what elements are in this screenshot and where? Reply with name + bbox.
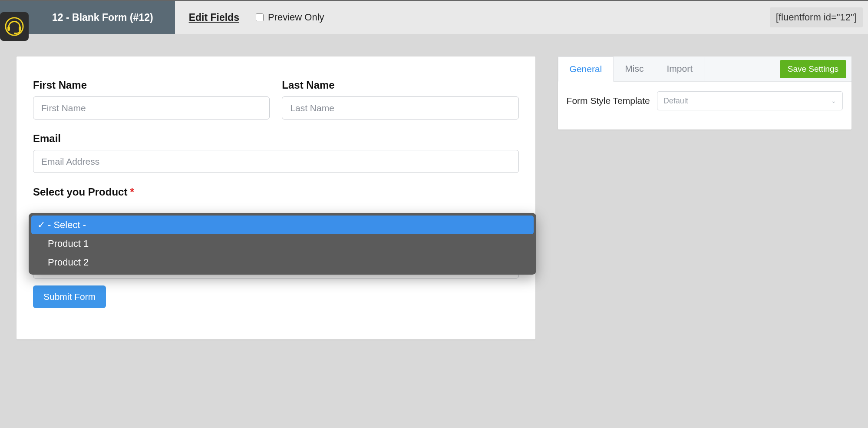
settings-panel: General Misc Import Save Settings Form S… (558, 56, 851, 129)
svg-rect-2 (19, 27, 21, 31)
product-option-label: Product 1 (48, 236, 89, 251)
header-bar: 12 - Blank Form (#12) Edit Fields Previe… (0, 1, 868, 34)
last-name-label: Last Name (282, 79, 518, 91)
settings-body: Form Style Template Default ⌄ (558, 82, 851, 120)
form-style-value: Default (663, 96, 688, 106)
settings-header: General Misc Import Save Settings (558, 56, 851, 82)
first-name-label: First Name (33, 79, 270, 91)
last-name-input[interactable] (282, 96, 518, 119)
product-option-label: - Select - (48, 217, 86, 232)
checkmark-icon: ✓ (37, 217, 45, 232)
preview-only-toggle[interactable]: Preview Only (256, 12, 324, 23)
main-area: First Name Last Name Email Select you Pr… (0, 34, 868, 362)
required-asterisk: * (130, 186, 134, 198)
preview-only-label: Preview Only (268, 12, 324, 23)
form-style-label: Form Style Template (567, 96, 650, 106)
tab-misc[interactable]: Misc (614, 56, 655, 81)
settings-tabs: General Misc Import (558, 56, 704, 81)
email-label: Email (33, 133, 519, 145)
product-option-label: Product 2 (48, 255, 89, 270)
headset-icon (4, 17, 24, 36)
first-name-input[interactable] (33, 96, 270, 119)
form-preview-panel: First Name Last Name Email Select you Pr… (17, 56, 535, 339)
last-name-field: Last Name (282, 79, 518, 119)
product-option-1[interactable]: ✓ Product 1 (31, 234, 534, 253)
product-label-text: Select you Product (33, 186, 127, 198)
support-headset-button[interactable] (0, 12, 29, 41)
preview-only-checkbox[interactable] (256, 13, 264, 21)
first-name-field: First Name (33, 79, 270, 119)
email-input[interactable] (33, 150, 519, 173)
svg-point-3 (14, 33, 16, 34)
svg-rect-1 (7, 27, 10, 31)
submit-button[interactable]: Submit Form (33, 285, 106, 308)
edit-fields-link[interactable]: Edit Fields (189, 12, 239, 23)
product-option-select[interactable]: ✓ - Select - (31, 216, 534, 234)
save-settings-button[interactable]: Save Settings (780, 60, 846, 78)
product-label: Select you Product* (33, 186, 519, 198)
email-field: Email (33, 133, 519, 173)
form-style-select[interactable]: Default ⌄ (657, 91, 843, 110)
product-dropdown-menu[interactable]: ✓ - Select - ✓ Product 1 ✓ Product 2 (29, 213, 536, 275)
product-option-2[interactable]: ✓ Product 2 (31, 253, 534, 272)
tab-import[interactable]: Import (655, 56, 704, 81)
chevron-down-icon: ⌄ (831, 97, 836, 104)
shortcode-display[interactable]: [fluentform id="12"] (770, 7, 863, 27)
product-field: Select you Product* (33, 186, 519, 198)
tab-general[interactable]: General (558, 56, 614, 82)
